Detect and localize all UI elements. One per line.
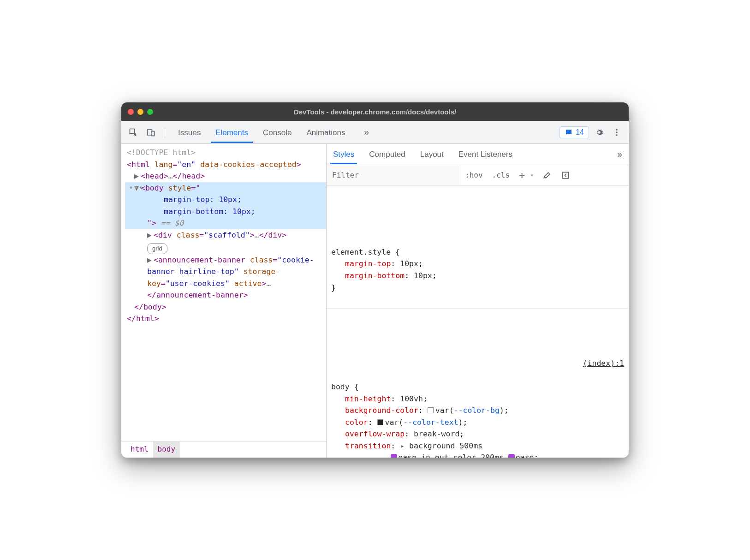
zoom-window-button[interactable] [147,109,153,115]
main-toolbar: Issues Elements Console Animations » 14 [121,121,629,144]
tab-elements[interactable]: Elements [214,122,249,143]
styles-sidebar: Styles Computed Layout Event Listeners »… [327,144,629,458]
expand-icon[interactable]: ▸ [400,441,405,450]
window-title: DevTools - developer.chrome.com/docs/dev… [121,108,629,116]
tab-styles[interactable]: Styles [333,145,354,164]
filter-input[interactable] [327,165,460,185]
tab-event-listeners[interactable]: Event Listeners [458,145,512,164]
titlebar: DevTools - developer.chrome.com/docs/dev… [121,102,629,121]
tab-issues[interactable]: Issues [177,122,202,143]
svg-point-2 [616,129,617,130]
expand-icon[interactable]: ▶ [147,229,154,241]
more-tabs-icon[interactable]: » [617,149,622,160]
tab-console[interactable]: Console [262,122,292,143]
rule-source-link[interactable]: (index):1 [583,357,624,369]
computed-toggle-icon[interactable] [556,171,575,180]
dollar-zero-ref: == $0 [156,219,184,227]
grid-badge[interactable]: grid [147,243,167,254]
rule-body[interactable]: (index):1 body { min-height: 100vh;backg… [327,356,629,458]
traffic-lights [128,109,153,115]
kebab-menu-icon[interactable] [609,125,624,140]
selection-dots-icon: ••• [129,182,144,194]
bezier-editor-icon[interactable] [508,454,515,458]
doctype-node[interactable]: <!DOCTYPE html> [127,148,196,157]
svg-point-4 [616,134,617,136]
expand-icon[interactable]: ▶ [147,254,154,266]
color-swatch-icon[interactable] [428,407,434,413]
rule-element-style[interactable]: element.style { margin-top: 10px;margin-… [327,232,629,308]
inspect-element-icon[interactable] [126,125,141,140]
style-rules-list: element.style { margin-top: 10px;margin-… [327,185,629,458]
cls-button[interactable]: .cls [488,171,515,179]
main-content: <!DOCTYPE html> <html lang="en" data-coo… [121,144,629,458]
tab-computed[interactable]: Computed [369,145,405,164]
minimize-window-button[interactable] [137,109,143,115]
settings-icon[interactable] [592,125,607,140]
paint-brush-icon[interactable] [538,171,556,180]
breadcrumb: html body [121,441,326,458]
console-message-count[interactable]: 14 [560,126,589,138]
selected-body-node[interactable]: ••• ▼<body style=" margin-top: 10px; mar… [125,182,326,229]
separator [165,127,165,137]
sidebar-tabs: Styles Computed Layout Event Listeners » [327,144,629,165]
close-window-button[interactable] [128,109,134,115]
hover-state-button[interactable]: :hov [460,171,488,179]
message-count-value: 14 [576,128,584,137]
styles-filter-bar: :hov .cls + ▾ [327,165,629,185]
tab-animations[interactable]: Animations [305,122,346,143]
expand-icon[interactable]: ▶ [134,170,141,182]
new-rule-more-icon[interactable]: ▾ [526,173,538,178]
svg-rect-1 [151,131,155,136]
bezier-editor-icon[interactable] [391,454,397,458]
svg-rect-5 [563,172,569,178]
elements-panel: <!DOCTYPE html> <html lang="en" data-coo… [121,144,327,458]
tab-layout[interactable]: Layout [420,145,444,164]
dom-tree[interactable]: <!DOCTYPE html> <html lang="en" data-coo… [121,144,326,441]
svg-point-3 [616,131,617,133]
main-tabs: Issues Elements Console Animations » [177,122,374,143]
color-swatch-icon[interactable] [377,419,383,425]
crumb-html[interactable]: html [126,441,153,458]
device-toolbar-icon[interactable] [143,125,158,140]
crumb-body[interactable]: body [153,441,180,458]
more-tabs-icon[interactable]: » [359,125,374,140]
devtools-window: DevTools - developer.chrome.com/docs/dev… [121,102,629,458]
